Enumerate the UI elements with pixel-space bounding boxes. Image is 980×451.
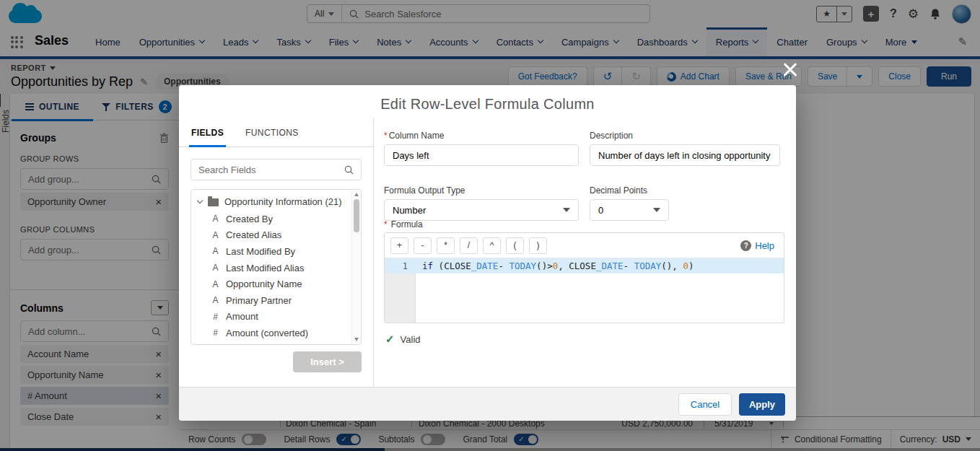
field-type-icon: A xyxy=(211,246,219,256)
valid-label: Valid xyxy=(401,334,421,345)
active-code-line[interactable]: 1 if (CLOSE_DATE- TODAY()>0, CLOSE_DATE-… xyxy=(385,258,784,273)
apply-button[interactable]: Apply xyxy=(739,393,785,416)
field-type-icon: # xyxy=(211,312,219,322)
field-tree-scrollbar[interactable] xyxy=(351,191,360,343)
output-type-value: Number xyxy=(393,205,426,216)
field-type-icon: A xyxy=(211,230,219,240)
formula-form: *Column Name Description Formula Output … xyxy=(374,118,796,387)
field-item-amount[interactable]: #Amount xyxy=(191,309,351,325)
help-link[interactable]: ? Help xyxy=(740,240,778,251)
operator-buttons: +-*/^() xyxy=(390,237,547,254)
field-category-opportunity-information[interactable]: Opportunity Information (21) xyxy=(191,194,351,211)
output-type-select[interactable]: Number xyxy=(384,199,579,221)
required-asterisk: * xyxy=(384,131,388,141)
field-item-primary-partner[interactable]: APrimary Partner xyxy=(191,292,351,309)
field-item-created-by[interactable]: ACreated By xyxy=(191,211,351,227)
field-category-label: Opportunity Information (21) xyxy=(224,196,342,207)
modal-title: Edit Row-Level Formula Column xyxy=(179,85,796,113)
field-type-icon: A xyxy=(211,214,219,224)
required-asterisk: * xyxy=(384,219,388,229)
chevron-down-icon xyxy=(197,198,203,203)
description-label: Description xyxy=(590,131,780,141)
field-list: ACreated ByACreated AliasALast Modified … xyxy=(191,211,351,344)
field-label: Created Alias xyxy=(226,229,281,240)
field-type-icon: A xyxy=(211,263,219,273)
chevron-down-icon xyxy=(653,208,660,212)
scrollbar-thumb[interactable] xyxy=(354,199,359,232)
edit-formula-modal: Edit Row-Level Formula Column FIELDS FUN… xyxy=(179,85,796,421)
formula-label: *Formula xyxy=(384,219,423,229)
search-fields-field[interactable] xyxy=(198,165,344,175)
operator-exponent-button[interactable]: ^ xyxy=(483,237,501,254)
operator-multiply-button[interactable]: * xyxy=(437,237,455,254)
field-type-icon: A xyxy=(211,279,219,289)
valid-check-icon: ✓ xyxy=(385,333,395,346)
modal-close-icon[interactable] xyxy=(782,62,798,78)
column-name-label: *Column Name xyxy=(384,131,579,141)
field-label: Amount (converted) xyxy=(226,328,308,338)
search-icon xyxy=(344,165,354,175)
field-type-icon: # xyxy=(211,328,219,338)
field-item-last-modified-alias[interactable]: ALast Modified Alias xyxy=(191,260,351,276)
formula-code-line: if (CLOSE_DATE- TODAY()>0, CLOSE_DATE- T… xyxy=(416,260,694,271)
scroll-down-icon[interactable] xyxy=(354,338,359,341)
folder-icon xyxy=(208,198,219,206)
decimal-points-select[interactable]: 0 xyxy=(590,199,669,221)
output-type-label: Formula Output Type xyxy=(384,185,579,196)
field-item-created-alias[interactable]: ACreated Alias xyxy=(191,227,351,244)
formula-editor: +-*/^() ? Help 1 if (CLOSE_DATE- TODAY()… xyxy=(384,232,784,323)
operator-open-paren-button[interactable]: ( xyxy=(506,237,524,254)
chevron-down-icon xyxy=(563,208,570,212)
field-tree: Opportunity Information (21) ACreated By… xyxy=(191,189,362,345)
tab-fields[interactable]: FIELDS xyxy=(191,118,224,146)
scroll-up-icon[interactable] xyxy=(354,193,359,196)
modal-footer: Cancel Apply xyxy=(179,387,796,421)
operator-plus-button[interactable]: + xyxy=(390,237,408,254)
field-type-icon: A xyxy=(211,295,219,305)
field-label: Last Modified By xyxy=(226,246,295,257)
search-fields-input[interactable] xyxy=(191,159,362,180)
field-item-last-modified-by[interactable]: ALast Modified By xyxy=(191,243,351,260)
fields-functions-panel: FIELDS FUNCTIONS Opportunity Information… xyxy=(179,118,374,387)
operator-close-paren-button[interactable]: ) xyxy=(529,237,547,254)
field-label: Created By xyxy=(226,214,273,224)
formula-code-area[interactable]: 1 if (CLOSE_DATE- TODAY()>0, CLOSE_DATE-… xyxy=(385,258,784,323)
field-label: Opportunity Name xyxy=(226,279,302,289)
description-input[interactable] xyxy=(590,144,780,166)
field-item-opportunity-name[interactable]: AOpportunity Name xyxy=(191,276,351,292)
insert-button[interactable]: Insert > xyxy=(293,351,362,372)
help-question-icon: ? xyxy=(740,240,751,251)
field-label: Primary Partner xyxy=(226,295,292,306)
field-label: Last Modified Alias xyxy=(226,263,304,273)
field-label: Amount xyxy=(226,311,258,322)
validity-status: ✓ Valid xyxy=(385,333,421,346)
decimal-points-label: Decimal Points xyxy=(590,185,669,196)
field-item-amount-converted[interactable]: #Amount (converted) xyxy=(191,325,351,341)
tab-functions[interactable]: FUNCTIONS xyxy=(245,118,299,146)
operator-divide-button[interactable]: / xyxy=(460,237,478,254)
operator-minus-button[interactable]: - xyxy=(414,237,432,254)
line-number: 1 xyxy=(385,261,416,271)
column-name-input[interactable] xyxy=(384,144,579,166)
field-item-close-date[interactable]: #Close Date xyxy=(191,341,351,344)
cancel-button[interactable]: Cancel xyxy=(678,393,732,416)
decimal-points-value: 0 xyxy=(598,205,603,216)
